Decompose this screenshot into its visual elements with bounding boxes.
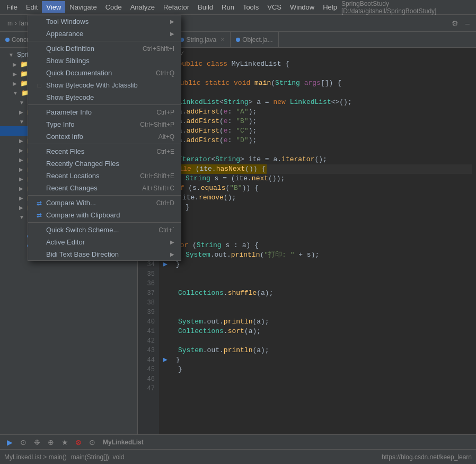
code-line-44: ▶} [163,355,472,365]
class-label: MyLinkedList [103,439,144,446]
tab-dot-4 [236,38,240,42]
separator-1 [28,41,181,41]
tab-object[interactable]: Object.ja... [231,32,278,48]
menu-item-recent-locations[interactable]: Recent Locations Ctrl+Shift+E [28,170,181,182]
jclasslib-icon: □ [34,82,44,89]
menu-item-show-bytecode[interactable]: Show Bytecode [28,91,181,103]
menu-item-appearance[interactable]: Appearance ▶ [28,28,181,40]
menu-item-type-info[interactable]: Type Info Ctrl+Shift+P [28,118,181,130]
code-line-22 [163,145,472,155]
tab-label-4: Object.ja... [242,36,272,43]
separator-5 [28,222,181,223]
code-line-45: } [163,365,472,374]
breadcrumb-part-1: m [7,20,13,27]
menu-item-show-bytecode-label: Show Bytecode [46,93,174,101]
restart-icon[interactable]: ⊙ [87,437,98,448]
tab-close-3[interactable]: ✕ [221,37,225,42]
separator-4 [28,195,181,196]
profile-icon[interactable]: ★ [59,437,70,448]
code-line-41: Collections.sort(a); [163,327,472,336]
menu-help[interactable]: Help [319,1,341,13]
coverage-icon[interactable]: ⊕ [46,437,56,448]
arrow-icon-mycollentions: ▼ [19,119,24,125]
code-line-27: ▶ite.remove(); [163,193,472,203]
submenu-arrow-0: ▶ [170,19,174,24]
arrow-icon-mythreads: ▶ [19,186,23,191]
menu-build[interactable]: Build [193,1,217,13]
run-icon[interactable]: ▶ [4,437,15,448]
code-line-40: System.out.println(a); [163,317,472,327]
menu-tools[interactable]: Tools [239,1,263,13]
minimize-icon[interactable]: – [462,18,473,29]
submenu-arrow-1: ▶ [170,31,174,37]
menu-item-bytecode-jclasslib-label: Show Bytecode With Jclasslib [46,81,174,89]
menu-navigate[interactable]: Navigate [65,1,101,13]
menu-vcs[interactable]: VCS [263,1,286,13]
code-line-19: a.addFirst(e: "B"); [163,117,472,126]
menu-item-context-info-label: Context Info [46,133,150,141]
code-line-23: Iterator<String> ite = a.iterator(); [163,155,472,164]
menu-item-recent-files-label: Recent Files [46,147,148,155]
arrow-icon-myreflective: ▶ [19,176,23,182]
menu-code[interactable]: Code [101,1,126,13]
code-line-37: Collections.shuffle(a); [163,288,472,298]
menu-item-compare-clipboard[interactable]: ⇄ Compare with Clipboard [28,209,181,221]
arrow-icon-main: ▼ [13,90,18,96]
arrow-icon-springbootstudyapp: ▶ [19,243,23,249]
window-title: SpringBootStudy [D:/data/gitshell/Spring… [341,0,474,15]
menu-item-recently-changed[interactable]: Recently Changed Files [28,157,181,170]
menu-refactor[interactable]: Refactor [159,1,193,13]
code-line-32: ▶for (String s : a) { [163,241,472,250]
menu-item-context-info[interactable]: Context Info Alt+Q [28,130,181,143]
code-line-14 [163,69,472,78]
arrow-icon-idea: ▶ [13,62,17,67]
arrow-icon-src: ▶ [13,81,17,86]
shortcut-recent-changes: Alt+Shift+C [142,185,174,192]
menu-item-quick-doc-label: Quick Documentation [46,69,147,77]
menu-item-bidi-text[interactable]: Bidi Text Base Direction ▶ [28,248,181,260]
menu-item-tool-windows[interactable]: Tool Windows ▶ [28,15,181,28]
tab-string[interactable]: String.java ✕ [174,32,231,48]
arrow-icon-java: ▼ [19,100,24,106]
menu-item-bidi-text-label: Bidi Text Base Direction [46,250,166,258]
menu-item-compare-with[interactable]: ⇄ Compare With... Ctrl+D [28,197,181,209]
editor-area[interactable]: 1213141516 1718192021 2223242526 2728293… [138,48,476,434]
menu-item-quick-switch[interactable]: Quick Switch Scheme... Ctrl+` [28,224,181,236]
breadcrumb-sep-1: › [15,20,17,27]
code-line-42 [163,336,472,346]
folder-icon-idea: 📁 [20,60,28,68]
code-line-26: ▶if (s.equals("B")) { [163,183,472,193]
menu-item-quick-def[interactable]: Quick Definition Ctrl+Shift+I [28,42,181,55]
code-line-25: String s = (ite.next()); [163,174,472,183]
menu-file[interactable]: File [2,1,22,13]
menu-view[interactable]: View [42,1,65,13]
code-line-38 [163,298,472,308]
attach-icon[interactable]: ❉ [32,437,42,448]
menu-item-quick-doc[interactable]: Quick Documentation Ctrl+Q [28,67,181,79]
menu-item-show-siblings[interactable]: Show Siblings [28,55,181,67]
code-line-31 [163,231,472,241]
menu-window[interactable]: Window [286,1,319,13]
menu-run[interactable]: Run [217,1,239,13]
code-line-35 [163,269,472,279]
menu-item-param-info-label: Parameter Info [46,108,148,116]
menu-item-recent-files[interactable]: Recent Files Ctrl+E [28,145,181,157]
code-editor[interactable]: */ ▶ public class MyLinkedList { ▶public… [159,48,476,434]
menu-item-active-editor[interactable]: Active Editor ▶ [28,236,181,248]
menu-item-bytecode-jclasslib[interactable]: □ Show Bytecode With Jclasslib [28,79,181,91]
menu-item-param-info[interactable]: Parameter Info Ctrl+P [28,106,181,118]
editor-content: 1213141516 1718192021 2223242526 2728293… [138,48,476,434]
code-line-18: a.addFirst(e: "A"); [163,107,472,117]
view-dropdown: Tool Windows ▶ Appearance ▶ Quick Defini… [28,15,181,261]
stop-icon[interactable]: ⊗ [73,437,84,448]
menu-item-recent-locations-label: Recent Locations [46,172,131,180]
menu-item-quick-def-label: Quick Definition [46,45,134,52]
menu-bar: File Edit View Navigate Code Analyze Ref… [0,0,476,15]
menu-item-recent-changes[interactable]: Recent Changes Alt+Shift+C [28,182,181,194]
debug-icon[interactable]: ⊙ [18,437,29,448]
menu-edit[interactable]: Edit [22,1,42,13]
settings-icon[interactable]: ⚙ [449,18,460,29]
folder-icon-src: 📁 [20,80,28,87]
arrow-icon-myinterface: ▶ [19,147,23,153]
menu-analyze[interactable]: Analyze [126,1,159,13]
